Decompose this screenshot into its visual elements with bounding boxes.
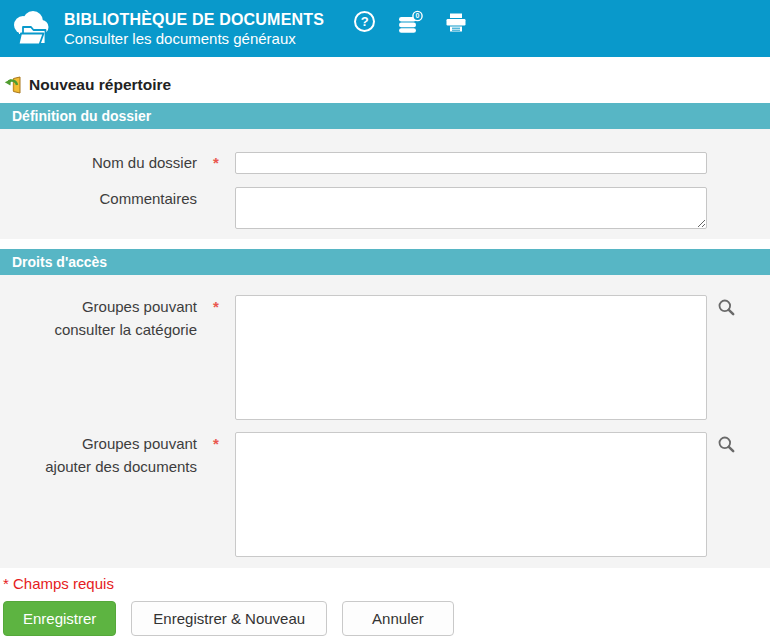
search-icon[interactable]	[717, 298, 736, 317]
groupes-consulter-listbox[interactable]	[235, 295, 707, 420]
nom-label: Nom du dossier	[0, 151, 197, 174]
cloud-folder-logo-icon	[8, 7, 54, 53]
nom-du-dossier-input[interactable]	[235, 152, 707, 174]
search-icon[interactable]	[717, 435, 736, 454]
page-title: Nouveau répertoire	[29, 76, 171, 94]
section-header-droits: Droits d'accès	[0, 249, 770, 275]
form-row-nom: Nom du dossier *	[0, 151, 770, 174]
required-fields-note: * Champs requis	[3, 575, 770, 592]
printer-icon[interactable]	[444, 10, 468, 34]
door-arrow-icon	[3, 75, 23, 95]
header-toolbar: ? 0	[354, 9, 468, 35]
cancel-button[interactable]: Annuler	[342, 601, 454, 636]
document-library-app: BIBLIOTHÈQUE DE DOCUMENTS Consulter les …	[0, 0, 770, 636]
section-droits-panel: Groupes pouvant consulter la catégorie *…	[0, 275, 770, 568]
groupes-consulter-label: Groupes pouvant consulter la catégorie	[0, 295, 197, 341]
app-title: BIBLIOTHÈQUE DE DOCUMENTS	[64, 10, 324, 29]
section-definition-panel: Nom du dossier * Commentaires	[0, 129, 770, 239]
help-icon[interactable]: ?	[354, 11, 375, 32]
commentaires-label: Commentaires	[0, 187, 197, 210]
app-header: BIBLIOTHÈQUE DE DOCUMENTS Consulter les …	[0, 0, 770, 57]
header-titles: BIBLIOTHÈQUE DE DOCUMENTS Consulter les …	[64, 10, 324, 48]
layers-stack-icon[interactable]: 0	[396, 9, 423, 35]
groupes-consulter-required-mark: *	[197, 295, 235, 318]
app-subtitle: Consulter les documents généraux	[64, 29, 324, 48]
nom-required-mark: *	[197, 151, 235, 174]
save-button[interactable]: Enregistrer	[3, 601, 116, 636]
page-title-row: Nouveau répertoire	[3, 72, 770, 98]
form-row-groupes-ajouter: Groupes pouvant ajouter des documents *	[0, 432, 770, 557]
commentaires-textarea[interactable]	[235, 187, 707, 229]
stack-badge: 0	[416, 12, 420, 19]
form-row-commentaires: Commentaires	[0, 187, 770, 229]
section-header-definition: Définition du dossier	[0, 103, 770, 129]
form-actions: Enregistrer Enregistrer & Nouveau Annule…	[3, 601, 770, 636]
groupes-ajouter-label: Groupes pouvant ajouter des documents	[0, 432, 197, 478]
help-glyph: ?	[361, 14, 369, 29]
save-and-new-button[interactable]: Enregistrer & Nouveau	[131, 601, 327, 636]
form-row-groupes-consulter: Groupes pouvant consulter la catégorie *	[0, 295, 770, 420]
groupes-ajouter-required-mark: *	[197, 432, 235, 455]
groupes-ajouter-listbox[interactable]	[235, 432, 707, 557]
